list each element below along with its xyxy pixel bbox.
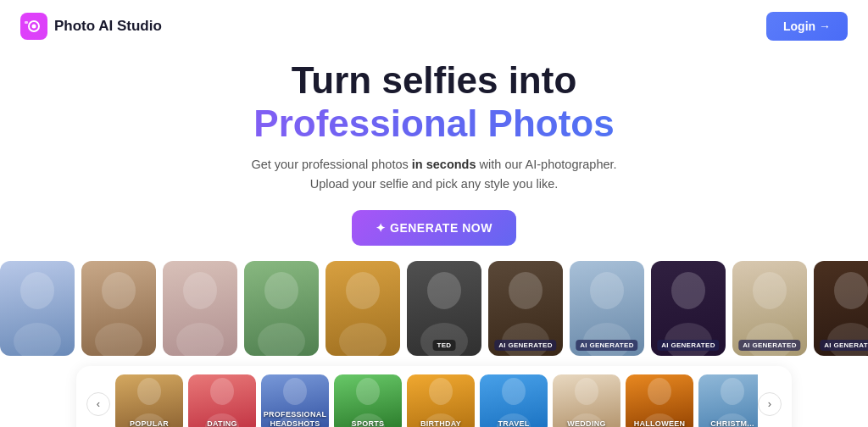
category-item-dating[interactable]: DATING — [188, 374, 256, 427]
category-item-popular[interactable]: POPULARSelected — [115, 374, 183, 427]
svg-rect-3 — [25, 21, 28, 24]
photo-label: AI GENERATED — [494, 340, 556, 351]
svg-point-6 — [102, 272, 136, 309]
svg-point-13 — [339, 323, 387, 356]
categories-list: POPULARSelectedDATINGPROFESSIONAL HEADSH… — [110, 374, 758, 427]
category-item-christmas[interactable]: CHRISTM... — [698, 374, 758, 427]
svg-point-10 — [264, 272, 298, 309]
photo-card — [0, 261, 75, 356]
category-label: PROFESSIONAL HEADSHOTS — [261, 410, 329, 427]
photo-card: AI GENERATED — [651, 261, 726, 356]
photo-card — [326, 261, 400, 356]
svg-point-7 — [95, 323, 142, 356]
svg-point-4 — [20, 272, 54, 309]
photo-label: TED — [433, 340, 456, 351]
svg-point-20 — [671, 272, 705, 309]
hero-subtitle: Get your professional photos in seconds … — [17, 155, 851, 194]
svg-point-38 — [575, 378, 598, 405]
photo-card: AI GENERATED — [488, 261, 563, 356]
category-label: DATING — [188, 419, 256, 427]
svg-point-28 — [210, 378, 234, 405]
svg-point-8 — [183, 272, 217, 309]
svg-point-18 — [590, 272, 624, 309]
category-item-sports[interactable]: SPORTS — [334, 374, 402, 427]
photo-label: AI GENERATED — [576, 340, 637, 351]
photo-card: AI GENERATED — [732, 261, 807, 356]
svg-point-30 — [283, 378, 307, 405]
svg-point-40 — [648, 378, 671, 405]
svg-point-36 — [502, 378, 526, 405]
svg-point-26 — [137, 378, 161, 405]
photo-card — [81, 261, 156, 356]
header: Photo AI Studio Login → — [0, 0, 868, 53]
category-item-birthday[interactable]: BIRTHDAY — [407, 374, 475, 427]
category-item-halloween[interactable]: HALLOWEEN — [626, 374, 693, 427]
photo-label: AI GENERATED — [738, 340, 800, 351]
svg-point-24 — [834, 272, 868, 309]
category-label: WEDDING — [553, 419, 620, 427]
svg-point-2 — [32, 25, 36, 29]
generate-button[interactable]: ✦ GENERATE NOW — [352, 210, 516, 246]
photo-card: AI GENERATED — [570, 261, 644, 356]
svg-point-14 — [427, 272, 461, 309]
hero-section: Turn selfies into Professional Photos Ge… — [0, 53, 868, 246]
photo-strip: TEDAI GENERATEDAI GENERATEDAI GENERATEDA… — [0, 246, 868, 363]
login-button[interactable]: Login → — [766, 12, 848, 41]
svg-point-42 — [721, 378, 744, 405]
svg-point-9 — [176, 323, 224, 356]
svg-point-22 — [753, 272, 787, 309]
photo-card — [244, 261, 319, 356]
category-label: CHRISTM... — [698, 419, 758, 427]
photo-label: AI GENERATED — [657, 340, 719, 351]
svg-point-5 — [14, 323, 61, 356]
photo-card — [163, 261, 237, 356]
category-label: SPORTS — [334, 419, 402, 427]
hero-subtitle-bold: in seconds — [412, 158, 476, 171]
svg-point-34 — [429, 378, 453, 405]
logo-icon — [20, 13, 47, 40]
hero-subtitle-line2: Upload your selfie and pick any style yo… — [310, 177, 559, 191]
category-label: HALLOWEEN — [626, 419, 693, 427]
photo-label: AI GENERATED — [820, 340, 868, 351]
category-label: TRAVEL — [480, 419, 548, 427]
category-label: POPULAR — [115, 419, 183, 427]
hero-title: Turn selfies into Professional Photos — [17, 59, 851, 145]
hero-title-line2: Professional Photos — [17, 103, 851, 146]
logo-area: Photo AI Studio — [20, 13, 162, 40]
category-label: BIRTHDAY — [407, 419, 475, 427]
photo-card: AI GENERATED — [814, 261, 868, 356]
category-item-wedding[interactable]: WEDDING — [553, 374, 620, 427]
svg-point-16 — [509, 272, 542, 309]
category-item-travel[interactable]: TRAVEL — [480, 374, 548, 427]
logo-text: Photo AI Studio — [54, 18, 162, 35]
category-prev-button[interactable]: ‹ — [86, 392, 110, 416]
category-next-button[interactable]: › — [758, 392, 782, 416]
category-item-professional[interactable]: PROFESSIONAL HEADSHOTS — [261, 374, 329, 427]
svg-point-11 — [258, 323, 305, 356]
svg-point-12 — [346, 272, 380, 309]
hero-title-line1: Turn selfies into — [292, 59, 577, 101]
photo-card: TED — [407, 261, 481, 356]
svg-point-32 — [356, 378, 380, 405]
category-section: ‹ POPULARSelectedDATINGPROFESSIONAL HEAD… — [76, 366, 792, 427]
